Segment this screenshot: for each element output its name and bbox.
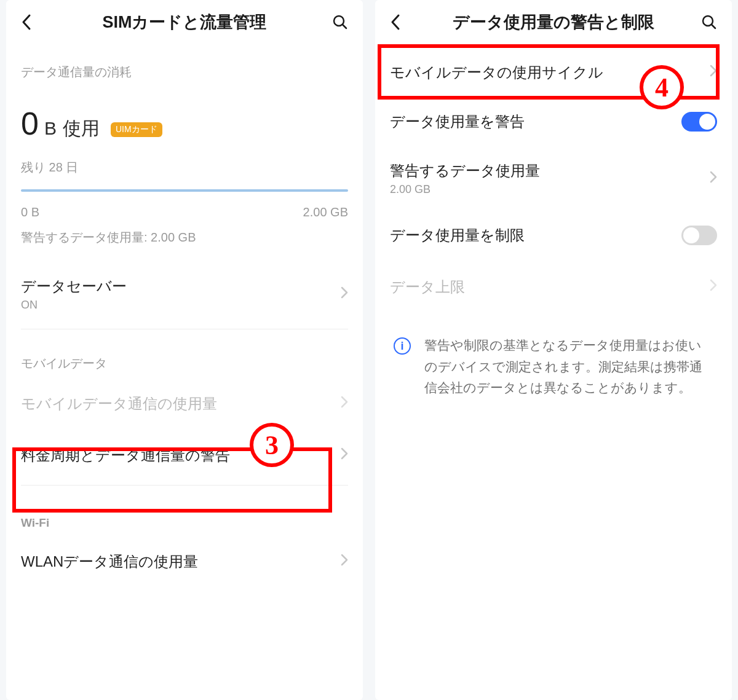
info-note: i 警告や制限の基準となるデータ使用量はお使いのデバイスで測定されます。測定結果… (375, 313, 732, 399)
back-button[interactable] (21, 14, 42, 31)
header-bar: データ使用量の警告と制限 (375, 0, 732, 44)
sim-badge: UIMカード (111, 122, 162, 137)
search-button[interactable] (327, 14, 348, 30)
svg-line-3 (712, 25, 715, 28)
wifi-section-header: Wi-Fi (6, 489, 363, 536)
billing-cycle-warning-row[interactable]: 料金周期とデータ通信量の警告 (6, 430, 363, 481)
header-bar: SIMカードと流量管理 (6, 0, 363, 44)
warn-amount-label: 警告するデータ使用量 (390, 161, 710, 181)
usage-value: 0 (21, 105, 38, 142)
data-saver-label: データセーバー (21, 277, 341, 296)
info-text: 警告や制限の基準となるデータ使用量はお使いのデバイスで測定されます。測定結果は携… (424, 335, 713, 399)
chevron-right-icon (710, 65, 717, 81)
data-limit-row: データ上限 (375, 261, 732, 313)
limit-toggle-row: データ使用量を制限 (375, 210, 732, 261)
svg-line-1 (343, 25, 346, 28)
left-screen: SIMカードと流量管理 データ通信量の消耗 0 B 使用 UIMカード 残り 2… (6, 0, 363, 700)
usage-bar (6, 176, 363, 192)
warn-toggle-row: データ使用量を警告 (375, 96, 732, 147)
limit-toggle[interactable] (681, 226, 717, 245)
warn-toggle[interactable] (681, 112, 717, 132)
back-button[interactable] (390, 14, 411, 31)
info-icon: i (394, 337, 411, 355)
warn-threshold-text: 警告するデータ使用量: 2.00 GB (6, 219, 363, 263)
search-button[interactable] (696, 14, 717, 30)
mobile-data-section-header: モバイルデータ (6, 333, 363, 378)
page-title: データ使用量の警告と制限 (411, 11, 696, 33)
consumption-header: データ通信量の消耗 (6, 44, 363, 84)
mobile-data-usage-row[interactable]: モバイルデータ通信の使用量 (6, 378, 363, 430)
warn-amount-row[interactable]: 警告するデータ使用量 2.00 GB (375, 147, 732, 210)
chevron-right-icon (341, 447, 348, 463)
annotation-badge-4: 4 (640, 65, 684, 109)
range-max: 2.00 GB (303, 205, 348, 219)
usage-range: 0 B 2.00 GB (6, 192, 363, 219)
chevron-right-icon (341, 286, 348, 302)
chevron-right-icon (710, 171, 717, 187)
data-limit-label: データ上限 (390, 277, 710, 297)
right-screen: データ使用量の警告と制限 モバイルデータの使用サイクル データ使用量を警告 警告… (375, 0, 732, 700)
data-saver-row[interactable]: データセーバー ON (6, 263, 363, 325)
remaining-days: 残り 28 日 (6, 142, 363, 176)
page-title: SIMカードと流量管理 (42, 11, 327, 33)
data-saver-status: ON (21, 299, 341, 312)
warn-toggle-label: データ使用量を警告 (390, 112, 681, 132)
wlan-usage-row[interactable]: WLANデータ通信の使用量 (6, 536, 363, 588)
chevron-right-icon (341, 396, 348, 412)
range-min: 0 B (21, 205, 39, 219)
limit-toggle-label: データ使用量を制限 (390, 226, 681, 245)
warn-amount-value: 2.00 GB (390, 183, 710, 196)
chevron-right-icon (341, 554, 348, 570)
usage-summary: 0 B 使用 UIMカード (6, 84, 363, 142)
divider (21, 485, 348, 486)
usage-unit: B (44, 118, 57, 139)
usage-used-label: 使用 (63, 116, 100, 141)
divider (21, 329, 348, 329)
chevron-right-icon (710, 279, 717, 295)
mobile-data-usage-label: モバイルデータ通信の使用量 (21, 394, 341, 414)
annotation-badge-3: 3 (250, 423, 294, 467)
wlan-usage-label: WLANデータ通信の使用量 (21, 552, 341, 572)
